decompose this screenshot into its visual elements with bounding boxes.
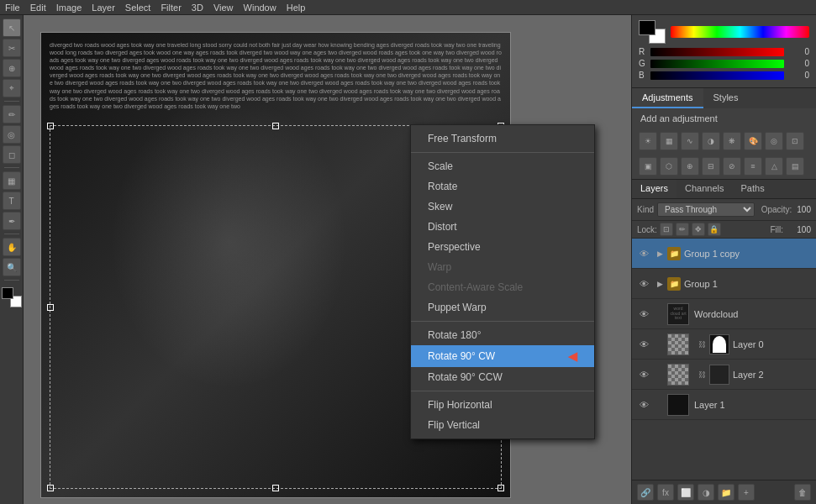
new-adjustment-btn[interactable]: ◑ — [698, 484, 714, 501]
visibility-group1[interactable]: 👁 — [637, 277, 650, 291]
adj-icon-posterize[interactable]: ≡ — [744, 157, 762, 176]
visibility-layer1[interactable]: 👁 — [637, 398, 650, 412]
adj-icon-colorbalance[interactable]: ⊡ — [786, 132, 804, 150]
visibility-layer0[interactable]: 👁 — [637, 338, 650, 351]
tool-select[interactable]: ↖ — [3, 18, 21, 37]
adj-icon-threshold[interactable]: △ — [765, 157, 783, 176]
menu-file[interactable]: File — [5, 3, 20, 13]
visibility-wordcloud[interactable]: 👁 — [637, 307, 650, 321]
tool-hand[interactable]: ✋ — [3, 238, 21, 256]
menu-select[interactable]: Select — [125, 3, 151, 13]
adj-icon-saturation[interactable]: ◎ — [765, 132, 783, 150]
opacity-value-top[interactable]: 100 — [797, 205, 811, 214]
tool-zoom[interactable]: 🔍 — [3, 258, 21, 276]
expand-group1[interactable]: ▶ — [654, 278, 666, 290]
mask-layer0[interactable] — [709, 334, 729, 354]
tab-paths[interactable]: Paths — [733, 180, 773, 198]
menu-3d[interactable]: 3D — [192, 3, 203, 13]
tool-lasso[interactable]: ⌖ — [3, 79, 21, 97]
adj-icon-curves[interactable]: ∿ — [681, 132, 699, 150]
menu-item-flip-horizontal[interactable]: Flip Horizontal — [411, 395, 594, 415]
tool-text[interactable]: T — [3, 192, 21, 210]
visibility-layer2[interactable]: 👁 — [637, 368, 650, 381]
tab-layers[interactable]: Layers — [632, 180, 676, 198]
red-value[interactable]: 0 — [789, 47, 809, 56]
delete-layer-btn[interactable]: 🗑 — [794, 484, 811, 501]
blue-value[interactable]: 0 — [789, 71, 809, 80]
add-mask-btn[interactable]: ⬜ — [677, 484, 694, 501]
link-layers-btn[interactable]: 🔗 — [637, 484, 654, 501]
menu-edit[interactable]: Edit — [30, 3, 46, 13]
fg-bg-swatches[interactable] — [639, 20, 666, 44]
new-layer-btn[interactable]: + — [738, 484, 755, 501]
layer-layer0[interactable]: 👁 ⛓ Layer 0 — [632, 329, 816, 360]
menu-separator-3 — [411, 391, 594, 391]
tool-crop[interactable]: ✂ — [3, 39, 21, 57]
color-swatches[interactable] — [2, 287, 22, 307]
menu-item-free-transform[interactable]: Free Transform — [411, 129, 594, 149]
layer-name-layer2: Layer 2 — [733, 370, 811, 380]
menu-filter[interactable]: Filter — [161, 3, 181, 13]
tool-brush[interactable]: ✏ — [3, 105, 21, 123]
green-bar-container[interactable] — [650, 60, 784, 68]
adj-icon-channelmixer[interactable]: ⊕ — [681, 157, 699, 176]
menu-item-rotate-90cw[interactable]: Rotate 90° CW ◀ — [411, 345, 594, 367]
visibility-group1copy[interactable]: 👁 — [637, 247, 650, 260]
tool-stamp[interactable]: ◎ — [3, 125, 21, 144]
lock-all-icon[interactable]: 🔒 — [708, 223, 721, 236]
menu-item-flip-vertical[interactable]: Flip Vertical — [411, 415, 594, 435]
rainbow-gradient-bar[interactable] — [671, 26, 809, 38]
kind-dropdown[interactable]: Pass Through — [657, 202, 755, 217]
tool-move[interactable]: ⊕ — [3, 59, 21, 77]
layer-group1[interactable]: 👁 ▶ 📁 Group 1 — [632, 269, 816, 299]
menu-window[interactable]: Window — [244, 3, 276, 13]
menu-help[interactable]: Help — [287, 3, 306, 13]
menu-item-rotate[interactable]: Rotate — [411, 176, 594, 197]
tab-channels[interactable]: Channels — [676, 180, 732, 198]
adj-icon-exposure[interactable]: ◑ — [702, 132, 720, 150]
tab-styles[interactable]: Styles — [703, 88, 749, 108]
menu-layer[interactable]: Layer — [92, 3, 115, 13]
blue-bar-container[interactable] — [650, 71, 784, 80]
tab-adjustments[interactable]: Adjustments — [632, 88, 703, 108]
menu-item-skew[interactable]: Skew — [411, 197, 594, 217]
fill-value[interactable]: 100 — [786, 225, 811, 234]
top-menubar: File Edit Image Layer Select Filter 3D V… — [0, 0, 816, 15]
layer-layer1[interactable]: 👁 Layer 1 — [632, 390, 816, 420]
adj-icon-levels[interactable]: ▦ — [660, 132, 678, 150]
lock-image-icon[interactable]: ✏ — [676, 223, 689, 236]
red-bar-container[interactable] — [650, 48, 784, 56]
menu-item-puppet-warp[interactable]: Puppet Warp — [411, 297, 594, 318]
menu-item-scale[interactable]: Scale — [411, 156, 594, 176]
adj-icon-colorlookup[interactable]: ⊟ — [702, 157, 720, 176]
tool-gradient[interactable]: ▦ — [3, 171, 21, 190]
mask-layer2[interactable] — [709, 365, 729, 385]
menu-item-distort[interactable]: Distort — [411, 217, 594, 237]
adj-icon-gradient[interactable]: ▤ — [786, 157, 804, 176]
menu-item-rotate-180[interactable]: Rotate 180° — [411, 325, 594, 345]
tool-pen[interactable]: ✒ — [3, 212, 21, 230]
adj-icon-invert[interactable]: ⊘ — [723, 157, 741, 176]
lock-transparent-icon[interactable]: ⊡ — [660, 223, 673, 236]
foreground-color-swatch[interactable] — [639, 20, 655, 35]
adj-icon-bw[interactable]: ▣ — [639, 157, 657, 176]
layer-layer2[interactable]: 👁 ⛓ Layer 2 — [632, 360, 816, 390]
adj-icon-brightness[interactable]: ☀ — [639, 132, 657, 150]
adj-icon-hue[interactable]: 🎨 — [744, 132, 762, 150]
menu-view[interactable]: View — [213, 3, 234, 13]
menu-item-rotate-90ccw[interactable]: Rotate 90° CCW — [411, 367, 594, 387]
menu-item-perspective[interactable]: Perspective — [411, 237, 594, 257]
expand-group1copy[interactable]: ▶ — [654, 248, 666, 260]
green-value[interactable]: 0 — [789, 59, 809, 68]
adj-icon-photofilter[interactable]: ⬡ — [660, 157, 678, 176]
lock-position-icon[interactable]: ✥ — [692, 223, 705, 236]
layer-group1copy[interactable]: 👁 ▶ 📁 Group 1 copy — [632, 239, 816, 269]
tool-eraser[interactable]: ◻ — [3, 145, 21, 164]
menu-image[interactable]: Image — [56, 3, 82, 13]
new-group-btn[interactable]: 📁 — [718, 484, 734, 501]
layer-wordcloud[interactable]: 👁 word cloud art text Wordcloud — [632, 299, 816, 329]
adj-icon-vibrance[interactable]: ❋ — [723, 132, 741, 150]
add-style-btn[interactable]: fx — [657, 484, 674, 501]
foreground-swatch[interactable] — [2, 287, 13, 299]
lock-row: Lock: ⊡ ✏ ✥ 🔒 Fill: 100 — [632, 221, 816, 239]
